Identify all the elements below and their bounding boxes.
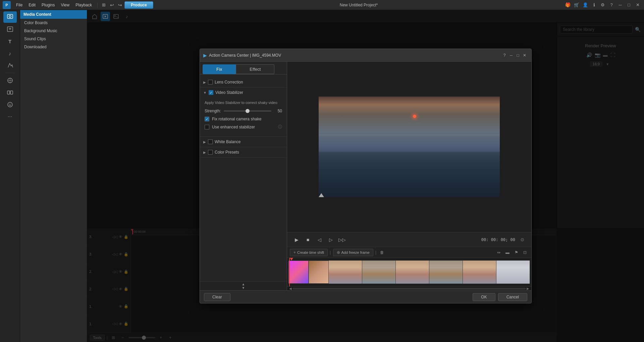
info-icon[interactable]: ℹ: [590, 1, 598, 9]
undo-button[interactable]: ↩: [108, 1, 116, 9]
modal-close-button[interactable]: ✕: [521, 52, 528, 59]
menu-plugins[interactable]: Plugins: [39, 2, 57, 8]
white-balance-header[interactable]: ▶ White Balance: [200, 137, 287, 147]
lens-correction-header[interactable]: ▶ Lens Correction: [200, 77, 287, 87]
left-panel: T ♪: [0, 10, 20, 342]
modal-tab-effect[interactable]: Effect: [236, 64, 274, 74]
sidebar-item-downloaded[interactable]: Downloaded: [20, 43, 87, 51]
clear-button[interactable]: Clear: [204, 293, 230, 301]
menu-file[interactable]: File: [13, 2, 25, 8]
fit-timeline-button[interactable]: ⇔: [495, 249, 502, 256]
grid-view-icon[interactable]: ⊞: [100, 1, 108, 9]
left-icon-import[interactable]: [3, 23, 17, 35]
modal-title: Action Camera Center | IMG_4594.MOV: [209, 53, 501, 58]
sidebar-item-background-music[interactable]: Background Music: [20, 27, 87, 35]
enhanced-info-icon[interactable]: ⓘ: [278, 124, 282, 130]
menu-view[interactable]: View: [58, 2, 72, 8]
left-icon-stickers[interactable]: [3, 99, 17, 110]
cancel-button[interactable]: Cancel: [498, 293, 527, 301]
modal-timeline-scroll: ◀ ▶: [287, 286, 531, 290]
white-balance-checkbox[interactable]: [208, 139, 213, 144]
rest-thumb-2: [362, 261, 396, 284]
menu-edit[interactable]: Edit: [26, 2, 38, 8]
maximize-icon[interactable]: □: [625, 1, 633, 9]
modal-right-panel: ▶ ■ ◁ ▷ ▷▷ 00: 00: 00; 00 ⚙: [287, 62, 531, 290]
left-icon-media[interactable]: [3, 11, 17, 23]
scroll-left-arrow[interactable]: ◀: [288, 287, 292, 290]
left-icon-effects[interactable]: [3, 60, 17, 71]
left-icon-transition[interactable]: [3, 87, 17, 98]
modal-maximize-button[interactable]: □: [515, 52, 521, 59]
sidebar-item-color-boards[interactable]: Color Boards: [20, 19, 87, 27]
settings-icon[interactable]: ⚙: [599, 1, 606, 9]
lens-correction-checkbox[interactable]: [208, 80, 213, 84]
prev-frame-button[interactable]: ◁: [315, 236, 323, 244]
menu-bar: P File Edit Plugins View Playback ⊞ ↩ ↪ …: [0, 0, 644, 10]
app-title: New Untitled Project*: [154, 3, 564, 7]
redo-button[interactable]: ↪: [116, 1, 124, 9]
scroll-right-arrow[interactable]: ▶: [526, 287, 530, 290]
modal-tabs: Fix Effect: [200, 62, 287, 74]
options-scroll-up[interactable]: ▲: [242, 282, 245, 286]
fix-rotational-label: Fix rotational camera shake: [212, 117, 261, 121]
timeline-flag-button[interactable]: ⚑: [513, 249, 520, 256]
minimize-icon[interactable]: ─: [616, 1, 624, 9]
timeline-scroll-track[interactable]: [292, 288, 526, 290]
account-icon[interactable]: 👤: [582, 1, 589, 9]
timeline-view-button[interactable]: ▬: [504, 249, 511, 256]
modal-header-icon: ▶: [203, 53, 207, 58]
enhanced-stabilizer-checkbox[interactable]: [205, 125, 209, 129]
color-presets-checkbox[interactable]: [208, 150, 213, 155]
modal-tab-fix[interactable]: Fix: [203, 64, 236, 74]
fix-rotational-checkbox[interactable]: ✓: [205, 117, 209, 121]
options-scroll-down[interactable]: ▼: [242, 286, 245, 290]
color-presets-header[interactable]: ▶ Color Presets: [200, 147, 287, 157]
lens-correction-chevron: ▶: [203, 80, 206, 84]
timeline-strip: [288, 261, 530, 284]
strength-thumb[interactable]: [246, 109, 250, 113]
svg-point-7: [9, 104, 10, 105]
svg-rect-0: [7, 14, 13, 18]
modal-minimize-button[interactable]: ─: [508, 52, 515, 59]
freeze-frame-icon: ⊕: [337, 250, 340, 255]
lens-correction-section: ▶ Lens Correction: [200, 77, 287, 88]
color-presets-chevron: ▶: [203, 151, 206, 154]
sidebar: Media Content Color Boards Background Mu…: [20, 10, 87, 342]
stop-button[interactable]: ■: [304, 236, 312, 244]
video-stabilizer-header[interactable]: ▼ ✓ Video Stabilizer: [200, 88, 287, 98]
close-icon[interactable]: ✕: [634, 1, 641, 9]
fast-forward-button[interactable]: ▷▷: [338, 236, 346, 244]
cart-icon[interactable]: 🛒: [573, 1, 580, 9]
sidebar-item-sound-clips[interactable]: Sound Clips: [20, 35, 87, 43]
add-freeze-frame-button[interactable]: ⊕ Add freeze frame: [333, 249, 373, 256]
app-logo: P: [3, 1, 11, 9]
time-shift-icon: +: [293, 250, 296, 255]
color-presets-section: ▶ Color Presets: [200, 147, 287, 158]
produce-button[interactable]: Produce: [124, 1, 153, 9]
modal-body: Fix Effect ▶ Lens Correction: [200, 62, 531, 290]
ok-button[interactable]: OK: [473, 293, 495, 301]
video-stabilizer-section: ▼ ✓ Video Stabilizer Apply Video Stabili…: [200, 88, 287, 137]
create-time-shift-label: Create time shift: [297, 250, 324, 254]
video-sun: [413, 115, 416, 118]
strength-slider[interactable]: [224, 110, 271, 112]
modal-timeline-toolbar: + Create time shift | ⊕ Add freeze frame…: [287, 247, 531, 258]
timeline-right-controls: ⇔ ▬ ⚑ ⊡: [495, 249, 529, 256]
left-icon-color[interactable]: [3, 75, 17, 86]
play-button[interactable]: ▶: [292, 236, 301, 244]
left-icon-text[interactable]: T: [3, 36, 17, 47]
help-icon[interactable]: ?: [608, 1, 615, 9]
left-icon-more[interactable]: ···: [3, 111, 17, 122]
color-presets-label: Color Presets: [215, 150, 239, 155]
white-balance-chevron: ▶: [203, 140, 206, 144]
left-icon-audio[interactable]: ♪: [3, 48, 17, 59]
video-stabilizer-checkbox[interactable]: ✓: [209, 90, 213, 95]
timeline-expand-button[interactable]: ⊡: [521, 249, 529, 256]
menu-playback[interactable]: Playback: [73, 2, 95, 8]
next-frame-button[interactable]: ▷: [327, 236, 335, 244]
delete-button[interactable]: 🗑: [378, 249, 386, 256]
create-time-shift-button[interactable]: + Create time shift: [290, 249, 328, 256]
gift-icon[interactable]: 🎁: [564, 1, 572, 9]
playback-settings-icon[interactable]: ⚙: [519, 236, 526, 243]
modal-help-button[interactable]: ?: [501, 52, 508, 59]
